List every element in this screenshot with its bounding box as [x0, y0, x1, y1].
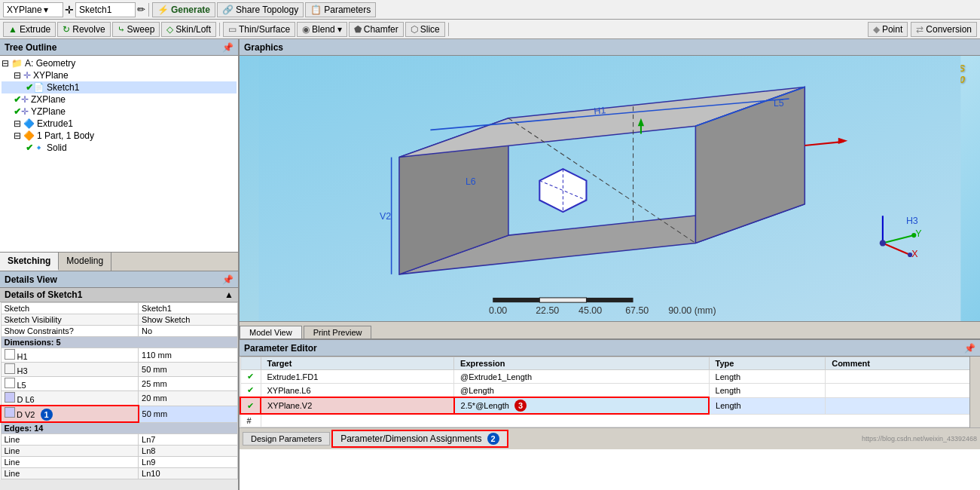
- sketch-dropdown[interactable]: Sketch1: [75, 2, 136, 17]
- tree-item-geometry[interactable]: ⊟ 📁 A: Geometry: [2, 57, 237, 69]
- conversion-button[interactable]: ⇄ Conversion: [911, 22, 977, 37]
- cell-ln10[interactable]: Ln10: [139, 468, 238, 479]
- comment-3[interactable]: [826, 397, 980, 414]
- cell-line2: Line: [1, 446, 139, 457]
- blend-label: Blend: [312, 24, 335, 35]
- revolve-icon: ↻: [63, 24, 70, 35]
- cell-vis-value[interactable]: Show Sketch: [139, 314, 238, 326]
- skin-loft-label: Skin/Loft: [176, 24, 211, 35]
- target-2[interactable]: XYPlane.L6: [261, 384, 454, 398]
- target-1[interactable]: Extrude1.FD1: [261, 370, 454, 384]
- cell-line4: Line: [1, 468, 139, 479]
- cell-l5-val[interactable]: 25 mm: [139, 377, 238, 391]
- cell-h3-val[interactable]: 50 mm: [139, 363, 238, 377]
- tab-design-params[interactable]: Design Parameters: [243, 432, 330, 446]
- slice-icon: ⬡: [411, 24, 418, 35]
- tree-area[interactable]: ⊟ 📁 A: Geometry ⊟ ✛ XYPlane ✔ 📄 Sketch1: [0, 56, 238, 252]
- cell-v2-val[interactable]: 50 mm: [139, 406, 238, 422]
- cell-line1: Line: [1, 434, 139, 446]
- expr-1[interactable]: @Extrude1_Length: [454, 370, 709, 384]
- details-area: Details View 📌 Details of Sketch1 ▲ Sket…: [0, 271, 238, 490]
- param-row-2: ✔ XYPlane.L6 @Length Length: [240, 384, 980, 398]
- param-pin[interactable]: 📌: [964, 343, 975, 354]
- target-3[interactable]: XYPlane.V2: [261, 397, 454, 414]
- svg-text:67.50: 67.50: [625, 305, 649, 316]
- share-topology-button[interactable]: 🔗 Share Topology: [217, 2, 304, 17]
- pin-icon[interactable]: 📌: [222, 42, 234, 53]
- cell-ln8[interactable]: Ln8: [139, 446, 238, 457]
- tree-item-part[interactable]: ⊟ 🔶 1 Part, 1 Body: [2, 130, 237, 142]
- svg-text:X: X: [911, 249, 918, 259]
- comment-1[interactable]: [826, 370, 980, 384]
- cell-ln9[interactable]: Ln9: [139, 457, 238, 468]
- cell-l5-label: L5: [1, 377, 139, 391]
- parameters-button[interactable]: 📋 Parameters: [305, 2, 376, 17]
- tab-print-preview[interactable]: Print Preview: [304, 326, 372, 338]
- generate-button[interactable]: ⚡ Generate: [152, 2, 215, 17]
- main-layout: Tree Outline 📌 ⊟ 📁 A: Geometry ⊟ ✛ XYPla…: [0, 39, 980, 490]
- revolve-button[interactable]: ↻ Revolve: [57, 22, 110, 37]
- collapse-icon: ⊟: [2, 58, 9, 69]
- tree-item-yzplane[interactable]: ✔ ✛ YZPlane: [2, 106, 237, 118]
- solid-icon: 🔹: [33, 142, 44, 153]
- tree-item-sketch1[interactable]: ✔ 📄 Sketch1: [2, 81, 237, 93]
- details-pin[interactable]: 📌: [222, 274, 234, 285]
- sketch-label: Sketch1: [79, 5, 111, 15]
- details-table: Sketch Sketch1 Sketch Visibility Show Sk…: [0, 302, 238, 479]
- scroll-up[interactable]: ▲: [224, 289, 234, 300]
- tree-item-zxplane[interactable]: ✔ ✛ ZXPlane: [2, 93, 237, 106]
- expr-3[interactable]: 2.5*@Length 3: [454, 397, 709, 414]
- view-tabs: Model View Print Preview: [240, 321, 980, 339]
- cell-sketch-value[interactable]: Sketch1: [139, 303, 238, 314]
- svg-rect-0: [259, 56, 961, 321]
- point-button[interactable]: ◆ Point: [868, 22, 908, 37]
- tab-modeling[interactable]: Modeling: [59, 253, 111, 271]
- extrude-button[interactable]: ▲ Extrude: [3, 22, 56, 37]
- plane-dropdown[interactable]: XYPlane ▾: [3, 2, 63, 17]
- thin-surface-button[interactable]: ▭ Thin/Surface: [223, 22, 295, 37]
- slice-button[interactable]: ⬡ Slice: [405, 22, 445, 37]
- cell-con-value[interactable]: No: [139, 326, 238, 337]
- part-icon: 🔶: [23, 130, 35, 141]
- param-row-add: #: [240, 414, 980, 427]
- chamfer-icon: ⬟: [354, 24, 362, 35]
- comment-2[interactable]: [826, 384, 980, 398]
- blend-button[interactable]: ◉ Blend ▾: [297, 22, 347, 37]
- expr-2[interactable]: @Length: [454, 384, 709, 398]
- tree-item-solid[interactable]: ✔ 🔹 Solid: [2, 142, 237, 154]
- toolbar-top: XYPlane ▾ ✛ Sketch1 ✏ ⚡ Generate 🔗 Share…: [0, 0, 980, 20]
- tree-label-yzplane: YZPlane: [31, 106, 66, 117]
- param-editor-header: Parameter Editor 📌: [240, 340, 980, 357]
- tree-label-extrude1: Extrude1: [37, 118, 73, 129]
- graphics-area[interactable]: ANSYS R19.0: [240, 56, 980, 321]
- param-scrollbar[interactable]: [969, 357, 980, 427]
- param-row-3: ✔ XYPlane.V2 2.5*@Length 3 Length: [240, 397, 980, 414]
- cell-l6-val[interactable]: 20 mm: [139, 391, 238, 406]
- add-row-hash[interactable]: #: [240, 414, 261, 427]
- sweep-label: Sweep: [127, 24, 155, 35]
- cell-h1-val[interactable]: 110 mm: [139, 348, 238, 363]
- row-sketch: Sketch Sketch1: [1, 303, 238, 314]
- extrude-sym-icon: 🔷: [23, 118, 35, 129]
- row-visibility: Sketch Visibility Show Sketch: [1, 314, 238, 326]
- cell-dims-header: Dimensions: 5: [1, 337, 238, 348]
- row-l6: D L6 20 mm: [1, 391, 238, 406]
- tab-model-view[interactable]: Model View: [240, 326, 302, 338]
- skin-loft-button[interactable]: ◇ Skin/Loft: [161, 22, 216, 37]
- add-row-empty[interactable]: [261, 414, 980, 427]
- sweep-button[interactable]: ⤷ Sweep: [112, 22, 160, 37]
- col-target: Target: [261, 357, 454, 370]
- svg-text:L6: L6: [466, 176, 476, 187]
- check2: ✔: [240, 384, 261, 398]
- share-icon: 🔗: [222, 5, 234, 15]
- tab-sketching[interactable]: Sketching: [0, 253, 59, 271]
- tree-item-xyplane[interactable]: ⊟ ✛ XYPlane: [2, 69, 237, 81]
- tab-param-dim-assignments[interactable]: Parameter/Dimension Assignments 2: [331, 430, 508, 448]
- check-icon4: ✔: [26, 142, 33, 153]
- cell-line3: Line: [1, 457, 139, 468]
- cell-ln7[interactable]: Ln7: [139, 434, 238, 446]
- check-icon2: ✔: [14, 94, 21, 105]
- chamfer-button[interactable]: ⬟ Chamfer: [349, 22, 404, 37]
- tree-item-extrude1[interactable]: ⊟ 🔷 Extrude1: [2, 118, 237, 130]
- col-comment: Comment: [826, 357, 980, 370]
